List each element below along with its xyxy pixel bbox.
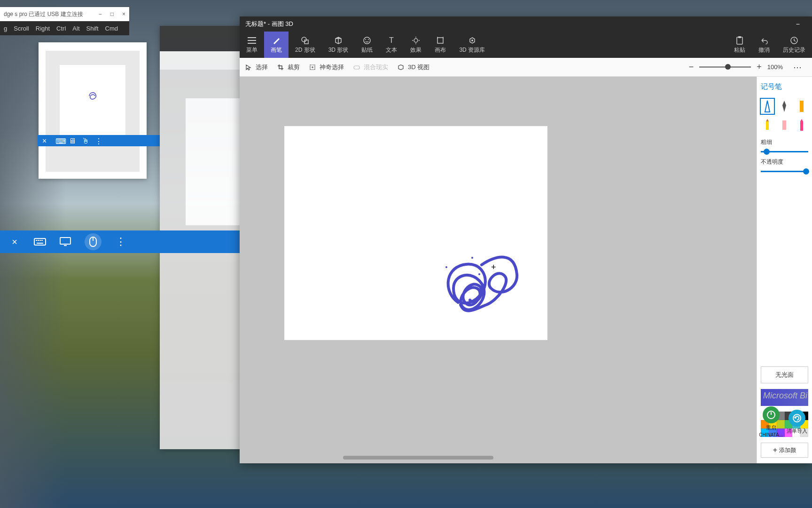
nested-remote-view bbox=[39, 42, 147, 179]
svg-rect-24 bbox=[437, 38, 443, 43]
2d-shape-label: 2D 形状 bbox=[295, 46, 315, 54]
bing-watermark: Microsoft Bi bbox=[763, 391, 807, 401]
zoom-in-button[interactable]: + bbox=[757, 62, 762, 72]
svg-rect-0 bbox=[34, 238, 46, 245]
paint3d-subtoolbar: 选择 裁剪 神奇选择 混合现实 3D 视图 − + 100% ⋯ bbox=[240, 58, 812, 77]
pencil-icon[interactable] bbox=[761, 118, 774, 133]
canvas-area[interactable] bbox=[240, 77, 757, 463]
svg-rect-2 bbox=[38, 240, 39, 241]
paste-button[interactable]: 粘贴 bbox=[727, 32, 752, 58]
opacity-label: 不透明度 bbox=[761, 158, 808, 166]
svg-rect-5 bbox=[37, 243, 43, 244]
effect-label: 效果 bbox=[410, 46, 422, 54]
marker-pen-icon[interactable] bbox=[761, 99, 774, 114]
svg-rect-37 bbox=[766, 121, 769, 130]
more-icon[interactable]: ⋮ bbox=[95, 137, 102, 144]
brush-label: 画笔 bbox=[271, 46, 282, 54]
thickness-label: 粗细 bbox=[761, 138, 808, 146]
sidebar-title: 记号笔 bbox=[761, 82, 808, 93]
canvas[interactable] bbox=[284, 126, 547, 340]
history-button[interactable]: 历史记录 bbox=[776, 32, 812, 58]
svg-rect-32 bbox=[354, 66, 359, 69]
key-scroll[interactable]: Scroll bbox=[14, 25, 29, 32]
more-icon[interactable]: ⋮ bbox=[115, 236, 127, 248]
text-label: 文本 bbox=[386, 46, 397, 54]
highlighter-icon[interactable] bbox=[795, 99, 808, 114]
effect-tool[interactable]: 效果 bbox=[404, 32, 428, 58]
key-alt[interactable]: Alt bbox=[72, 25, 79, 32]
3d-shape-label: 3D 形状 bbox=[328, 46, 349, 54]
sticker-label: 贴纸 bbox=[361, 46, 373, 54]
svg-rect-7 bbox=[64, 245, 67, 246]
key-ctrl[interactable]: Ctrl bbox=[56, 25, 66, 32]
sticker-tool[interactable]: 贴纸 bbox=[355, 32, 379, 58]
calligraphy-pen-icon[interactable] bbox=[778, 99, 791, 114]
zoom-out-button[interactable]: − bbox=[689, 62, 694, 72]
3d-library-tool[interactable]: 3D 资源库 bbox=[453, 32, 492, 58]
text-tool[interactable]: T 文本 bbox=[379, 32, 404, 58]
2d-shape-tool[interactable]: 2D 形状 bbox=[289, 32, 322, 58]
svg-rect-28 bbox=[737, 37, 742, 44]
svg-point-13 bbox=[302, 37, 306, 42]
history-label: 历史记录 bbox=[783, 46, 805, 54]
crop-tool[interactable]: 裁剪 bbox=[277, 63, 300, 71]
select-tool[interactable]: 选择 bbox=[245, 63, 268, 71]
thickness-slider[interactable] bbox=[761, 151, 808, 152]
svg-point-33 bbox=[445, 266, 447, 268]
keyboard-icon[interactable] bbox=[34, 236, 46, 248]
screen-icon[interactable] bbox=[59, 236, 71, 248]
svg-point-19 bbox=[414, 39, 418, 42]
svg-point-15 bbox=[364, 37, 370, 44]
paint3d-window: 无标题* - 画图 3D − 菜单 画笔 2D 形状 3D 形状 贴纸 T 文本 bbox=[240, 16, 812, 463]
video-player-overlay bbox=[0, 443, 812, 508]
magic-select-tool[interactable]: 神奇选择 bbox=[309, 63, 344, 71]
svg-point-41 bbox=[793, 414, 801, 422]
3d-shape-tool[interactable]: 3D 形状 bbox=[322, 32, 355, 58]
key-shift[interactable]: Shift bbox=[86, 25, 99, 32]
maximize-button[interactable]: □ bbox=[110, 11, 114, 17]
minimize-button[interactable]: − bbox=[99, 11, 102, 17]
restart-shortcut[interactable]: 重启 CHINATA... bbox=[759, 406, 783, 437]
paste-label: 粘贴 bbox=[734, 46, 745, 54]
keyboard-icon[interactable]: ⌨ bbox=[55, 137, 63, 144]
svg-rect-4 bbox=[41, 240, 43, 241]
finish-dropdown[interactable]: 无光面 bbox=[761, 366, 808, 383]
brush-tool[interactable]: 画笔 bbox=[264, 32, 289, 58]
mouse-icon[interactable]: 🖱 bbox=[82, 137, 89, 144]
undo-button[interactable]: 撤消 bbox=[752, 32, 776, 58]
menu-button[interactable]: 菜单 bbox=[240, 32, 264, 58]
key-right[interactable]: Right bbox=[36, 25, 50, 32]
key-g[interactable]: g bbox=[4, 25, 7, 32]
minimize-button[interactable]: − bbox=[789, 17, 806, 31]
window-title: 无标题* - 画图 3D bbox=[245, 20, 293, 28]
canvas-tool[interactable]: 画布 bbox=[428, 32, 453, 58]
opacity-slider[interactable] bbox=[761, 171, 808, 172]
paint3d-main-toolbar: 菜单 画笔 2D 形状 3D 形状 贴纸 T 文本 效果 画布 bbox=[240, 32, 812, 58]
mixed-reality-tool: 混合现实 bbox=[353, 63, 388, 71]
close-icon[interactable]: × bbox=[8, 236, 21, 248]
screen-icon[interactable]: 🖥 bbox=[69, 137, 76, 144]
brush-cursor bbox=[491, 262, 499, 270]
eraser-icon[interactable] bbox=[778, 118, 791, 133]
library-label: 3D 资源库 bbox=[459, 46, 485, 54]
svg-text:T: T bbox=[389, 36, 394, 44]
svg-rect-1 bbox=[36, 240, 37, 241]
svg-rect-39 bbox=[800, 121, 803, 131]
svg-rect-6 bbox=[60, 238, 70, 244]
svg-rect-3 bbox=[39, 240, 41, 241]
crayon-icon[interactable] bbox=[795, 118, 808, 133]
svg-rect-11 bbox=[248, 40, 256, 41]
mouse-icon[interactable] bbox=[85, 233, 102, 250]
svg-point-34 bbox=[471, 257, 473, 259]
remote-toolbar-nested: × ⌨ 🖥 🖱 ⋮ bbox=[38, 135, 160, 146]
close-icon[interactable]: × bbox=[42, 137, 50, 144]
more-options-button[interactable]: ⋯ bbox=[789, 62, 806, 72]
undo-label: 撤消 bbox=[758, 46, 770, 54]
remote-shortcut-bar: g Scroll Right Ctrl Alt Shift Cmd bbox=[0, 21, 129, 35]
3d-view-tool[interactable]: 3D 视图 bbox=[398, 63, 429, 71]
key-cmd[interactable]: Cmd bbox=[105, 25, 118, 32]
close-button[interactable]: × bbox=[122, 11, 125, 17]
zoom-slider[interactable] bbox=[699, 66, 751, 68]
canvas-label: 画布 bbox=[435, 46, 446, 54]
clear-import-shortcut[interactable]: 清单导入 bbox=[787, 410, 807, 435]
